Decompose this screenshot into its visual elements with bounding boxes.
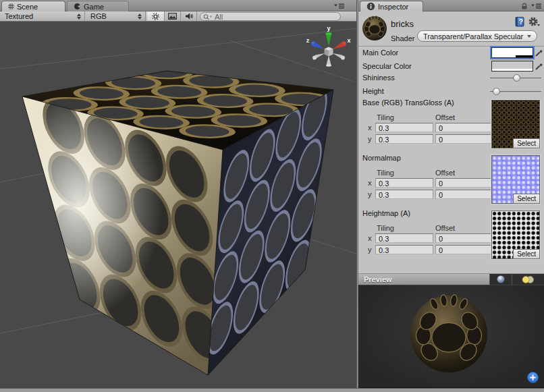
preview-viewport (358, 285, 544, 388)
svg-text:?: ? (519, 18, 523, 26)
texture-section-normalmap: Normalmap Tiling Offset x 0.3 0 y 0.3 0 … (358, 154, 544, 209)
material-name: bricks (391, 19, 414, 29)
main-color-label: Main Color (362, 49, 398, 57)
shininess-slider[interactable] (490, 74, 541, 82)
scene-cube[interactable] (22, 63, 338, 375)
dropdown-arrows-icon (77, 13, 81, 20)
help-icon[interactable]: ? (514, 16, 525, 28)
preview-header-controls (489, 274, 544, 285)
gear-icon[interactable] (528, 16, 541, 28)
y-axis-label: y (368, 135, 372, 143)
preview-header-bar[interactable]: Preview (358, 273, 544, 285)
offset-y-field[interactable]: 0 (435, 134, 491, 144)
tab-inspector-label: Inspector (378, 3, 408, 11)
orientation-gizmo[interactable]: y x z (306, 25, 351, 67)
search-icon (203, 13, 213, 20)
shininess-label: Shininess (362, 74, 395, 82)
two-lights-icon (521, 275, 535, 284)
preview-title: Preview (358, 275, 392, 283)
select-texture-button[interactable]: Select (513, 249, 540, 259)
dropdown-arrows-icon (138, 13, 142, 20)
texture-section-heightmap: Heightmap (A) Tiling Offset x 0.3 0 y 0.… (358, 209, 544, 264)
texture-label: Base (RGB) TransGloss (A) (362, 99, 454, 107)
height-slider[interactable] (490, 87, 541, 96)
scene-panel: Scene Game Textured RGB (0, 0, 356, 392)
select-texture-button[interactable]: Select (513, 138, 540, 148)
tiling-x-field[interactable]: 0.3 (375, 233, 433, 243)
render-mode-label: Textured (0, 12, 77, 20)
tiling-header: Tiling (377, 224, 394, 232)
tab-inspector[interactable]: Inspector (360, 1, 423, 11)
chevron-down-icon (527, 35, 531, 38)
texture-section-base: Base (RGB) TransGloss (A) Tiling Offset … (358, 99, 544, 154)
scene-viewport[interactable]: y x z (0, 22, 356, 388)
material-ball-thumbnail (362, 16, 387, 41)
add-preview-button[interactable] (527, 372, 539, 383)
scene-panel-menu-icon[interactable] (334, 3, 345, 9)
tiling-y-field[interactable]: 0.3 (375, 245, 433, 254)
scene-search-input[interactable]: All (200, 12, 341, 21)
tab-game-label: Game (84, 3, 104, 11)
offset-header: Offset (435, 169, 455, 177)
scene-toolbar: Textured RGB (0, 11, 356, 22)
eyedropper-icon[interactable] (535, 62, 543, 71)
unity-editor-window: Scene Game Textured RGB (0, 0, 544, 392)
window-bottom-strip (0, 388, 544, 392)
sphere-icon (496, 275, 506, 284)
gizmo-x-label: x (347, 37, 350, 44)
shader-value: Transparent/Parallax Specular (423, 32, 523, 40)
panel-divider[interactable] (356, 0, 358, 392)
scene-audio-toggle[interactable] (181, 11, 197, 21)
render-mode-dropdown[interactable]: Textured (0, 11, 85, 21)
color-channels-dropdown[interactable]: RGB (86, 11, 146, 21)
tiling-x-field[interactable]: 0.3 (375, 178, 433, 188)
speaker-icon (185, 12, 193, 20)
offset-header: Offset (435, 113, 455, 121)
specular-color-label: Specular Color (362, 62, 412, 70)
gizmo-z-label: z (306, 37, 310, 44)
preview-lighting-toggle[interactable] (512, 274, 543, 285)
y-axis-label: y (368, 190, 372, 198)
x-axis-label: x (368, 234, 372, 242)
inspector-panel-menu-icon[interactable] (531, 3, 542, 9)
preview-sphere-button[interactable] (489, 274, 512, 285)
offset-y-field[interactable]: 0 (435, 245, 491, 254)
texture-label: Normalmap (362, 154, 401, 162)
offset-y-field[interactable]: 0 (435, 190, 491, 199)
inspector-tabstrip: Inspector (358, 0, 544, 11)
specular-color-swatch[interactable] (491, 61, 533, 72)
tiling-y-field[interactable]: 0.3 (375, 134, 433, 144)
slider-thumb[interactable] (493, 88, 500, 95)
tab-scene[interactable]: Scene (1, 1, 65, 11)
preview-pane: Preview (358, 273, 544, 388)
select-texture-button[interactable]: Select (513, 194, 540, 204)
slider-thumb[interactable] (513, 74, 520, 82)
main-color-swatch[interactable] (491, 47, 533, 58)
shader-dropdown[interactable]: Transparent/Parallax Specular (417, 30, 537, 42)
tiling-y-field[interactable]: 0.3 (375, 190, 433, 199)
sun-icon (151, 12, 160, 21)
heightmap-texture-thumbnail[interactable]: Select (491, 211, 540, 259)
scene-lighting-toggle[interactable] (147, 11, 165, 21)
offset-x-field[interactable]: 0 (435, 178, 491, 188)
offset-header: Offset (435, 224, 455, 232)
texture-label: Heightmap (A) (362, 209, 410, 217)
y-axis-label: y (368, 246, 372, 254)
search-value: All (215, 13, 223, 21)
x-axis-label: x (368, 123, 372, 132)
tiling-header: Tiling (377, 113, 394, 121)
normalmap-texture-thumbnail[interactable]: Select (491, 155, 540, 204)
tab-game[interactable]: Game (67, 1, 129, 11)
info-icon (366, 2, 375, 11)
game-view-icon (74, 3, 81, 10)
eyedropper-icon[interactable] (535, 49, 543, 57)
base-texture-thumbnail[interactable]: Select (491, 100, 540, 148)
scene-tabstrip: Scene Game (0, 0, 356, 11)
gizmo-y-axis[interactable] (326, 34, 332, 46)
tiling-x-field[interactable]: 0.3 (375, 123, 433, 132)
offset-x-field[interactable]: 0 (435, 123, 491, 132)
lock-icon[interactable] (520, 2, 528, 10)
offset-x-field[interactable]: 0 (435, 233, 491, 243)
scene-skybox-toggle[interactable] (165, 11, 181, 21)
shader-field-label: Shader (391, 34, 414, 43)
